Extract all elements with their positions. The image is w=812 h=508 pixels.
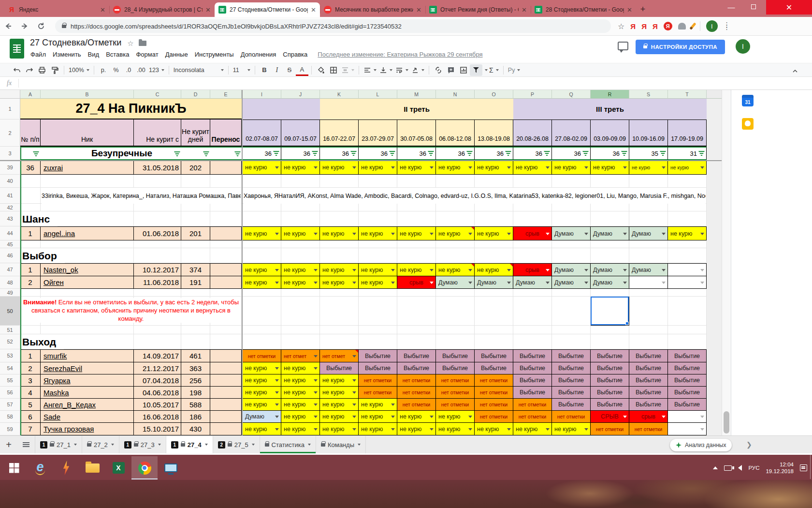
status-cell[interactable]: не курю — [320, 276, 359, 289]
status-cell[interactable]: не курю — [436, 411, 475, 423]
filter-icon[interactable] — [544, 151, 550, 156]
cell[interactable] — [552, 240, 591, 248]
cell[interactable] — [513, 240, 552, 248]
dropdown-icon[interactable] — [391, 428, 395, 431]
status-cell[interactable]: нет отметки — [513, 411, 552, 423]
dropdown-icon[interactable] — [275, 166, 279, 169]
nick-link[interactable]: Nasten_ok — [44, 266, 78, 274]
status-cell[interactable]: не курю — [281, 264, 320, 276]
cell[interactable] — [320, 204, 359, 211]
cell[interactable] — [397, 248, 436, 263]
cell[interactable] — [359, 175, 397, 188]
cell[interactable] — [359, 297, 397, 326]
cell-nick[interactable]: Nasten_ok — [41, 264, 134, 276]
filter-icon[interactable] — [470, 64, 482, 76]
status-cell[interactable]: не курю — [281, 423, 320, 435]
dropdown-icon[interactable] — [352, 416, 356, 418]
sheet-tab[interactable]: Статистика — [260, 436, 316, 453]
dropdown-icon[interactable] — [662, 166, 666, 169]
menu-item[interactable]: Вставка — [102, 49, 132, 60]
menu-item[interactable]: Вид — [85, 49, 103, 60]
taskbar-monitor-icon[interactable] — [158, 456, 184, 479]
date-header-cell[interactable]: 06.08-12.08 — [436, 120, 475, 147]
row-header[interactable]: 56 — [0, 387, 20, 399]
formula-bar[interactable]: fx — [0, 76, 812, 90]
dropdown-icon[interactable] — [352, 379, 356, 382]
date-header-cell[interactable]: 23.07-29.07 — [359, 120, 397, 147]
sheet-tab-menu-icon[interactable] — [158, 444, 161, 446]
dropdown-icon[interactable] — [662, 269, 666, 271]
cell[interactable] — [281, 211, 320, 226]
status-cell[interactable]: не курю — [320, 399, 359, 411]
cell-days[interactable]: 256 — [181, 374, 210, 387]
close-button[interactable]: ✕ — [766, 0, 812, 15]
cell[interactable] — [359, 204, 397, 211]
comment-history-icon[interactable] — [618, 42, 628, 50]
frozen-row-divider[interactable] — [0, 160, 731, 161]
cell[interactable] — [436, 240, 475, 248]
dropdown-icon[interactable] — [314, 391, 318, 394]
count-cell[interactable]: 36 — [243, 147, 281, 160]
cell-days[interactable]: 363 — [181, 362, 210, 374]
dropdown-icon[interactable] — [700, 416, 704, 418]
format-percent[interactable]: % — [110, 64, 122, 76]
status-cell[interactable]: не курю — [397, 423, 436, 435]
cell-number[interactable]: 7 — [20, 423, 41, 435]
maximize-button[interactable] — [742, 0, 765, 14]
dropdown-icon[interactable] — [623, 416, 627, 418]
dropdown-icon[interactable] — [623, 233, 627, 235]
cell[interactable] — [243, 175, 281, 188]
status-cell[interactable]: не курю — [359, 399, 397, 411]
borders-icon[interactable] — [327, 64, 340, 76]
status-cell[interactable]: Выбытие — [591, 350, 629, 362]
horizontal-align-icon[interactable] — [362, 64, 378, 76]
status-cell[interactable]: Думаю — [552, 276, 591, 289]
status-cell[interactable]: Думаю — [591, 276, 629, 289]
cell[interactable] — [591, 204, 629, 211]
dropdown-icon[interactable] — [430, 269, 434, 271]
count-cell[interactable]: 36 — [359, 147, 397, 160]
dropdown-icon[interactable] — [314, 282, 318, 284]
cell[interactable] — [629, 211, 668, 226]
row-header[interactable]: 42 — [0, 204, 20, 211]
undo-icon[interactable] — [11, 64, 23, 76]
cell[interactable] — [281, 248, 320, 263]
menu-item[interactable]: Файл — [27, 49, 49, 60]
cell[interactable] — [436, 289, 475, 297]
dropdown-icon[interactable] — [352, 166, 356, 169]
cell[interactable] — [591, 248, 629, 263]
cell-quit-date[interactable]: 21.12.2017 — [134, 362, 181, 374]
browser-tab[interactable]: Отчет Режим дня (Ответы) - Go✕ — [425, 2, 531, 17]
status-cell[interactable]: не курю — [320, 161, 359, 175]
cell[interactable] — [320, 334, 359, 349]
row-header[interactable]: 41 — [0, 188, 20, 204]
taskbar-lightning-icon[interactable] — [53, 456, 79, 479]
scrollbar-thumb[interactable] — [724, 411, 729, 433]
dropdown-icon[interactable] — [700, 269, 704, 271]
star-doc-icon[interactable]: ☆ — [127, 39, 133, 48]
cell[interactable] — [591, 211, 629, 226]
cell[interactable] — [513, 326, 552, 334]
column-header[interactable]: N — [436, 90, 475, 99]
number-format[interactable]: 123 — [147, 64, 166, 76]
dropdown-icon[interactable] — [314, 367, 318, 370]
sheet-tab-menu-icon[interactable] — [111, 444, 114, 446]
increase-decimals[interactable]: .00 — [135, 64, 147, 76]
status-cell[interactable]: нет отметки — [359, 387, 397, 399]
cell[interactable] — [320, 326, 359, 334]
cell[interactable] — [359, 334, 397, 349]
sheets-logo[interactable] — [10, 39, 24, 59]
dropdown-icon[interactable] — [623, 282, 627, 284]
status-cell[interactable]: Думаю — [629, 227, 668, 240]
menu-item[interactable]: Справка — [279, 49, 311, 60]
cell-transfer[interactable] — [210, 350, 242, 362]
cell[interactable] — [41, 175, 134, 188]
cell[interactable] — [629, 289, 668, 297]
row-header[interactable]: 2 — [0, 120, 20, 147]
nick-link[interactable]: SerezhaEvil — [44, 364, 82, 373]
browser-tab[interactable]: 28_4 Изумрудный остров | Стра✕ — [109, 2, 215, 17]
font-size-select[interactable]: 11 — [232, 64, 252, 76]
cell[interactable] — [210, 240, 242, 248]
row-header[interactable]: 59 — [0, 423, 20, 435]
status-cell[interactable]: Думаю — [552, 264, 591, 276]
